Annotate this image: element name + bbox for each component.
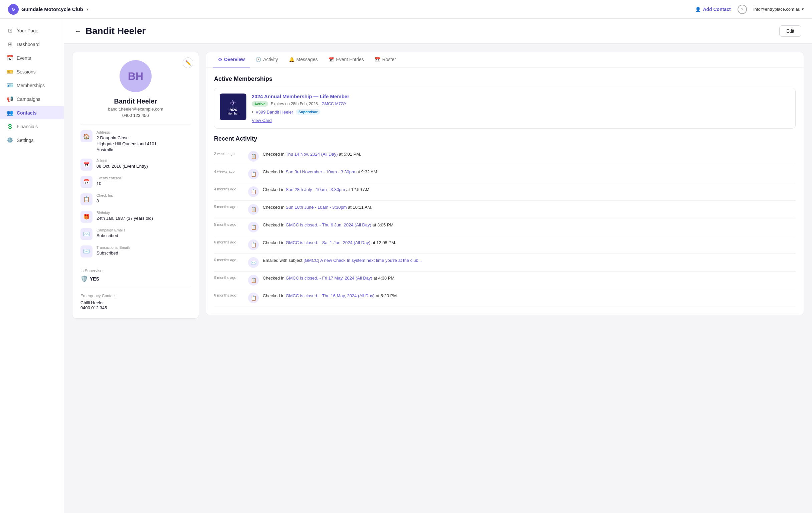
back-button[interactable]: ← [75, 27, 82, 35]
membership-info: 2024 Annual Membership — Life Member Act… [252, 93, 349, 123]
overview-content: Active Memberships ✈ 2024 Member 2024 An… [206, 67, 804, 315]
sidebar-item-events[interactable]: 📅 Events [0, 51, 64, 64]
sidebar-item-your-page[interactable]: ⊡ Your Page [0, 24, 64, 37]
membership-card: ✈ 2024 Member 2024 Annual Membership — L… [214, 88, 795, 129]
check-ins-icon: 📋 [81, 193, 92, 205]
view-card-link[interactable]: View Card [252, 118, 349, 123]
emergency-contact-name: Chilli Heeler [81, 300, 191, 305]
sidebar-item-sessions[interactable]: 🎫 Sessions [0, 65, 64, 78]
supervisor-value: YES [90, 276, 99, 282]
activity-link[interactable]: Sun 16th June - 10am - 3:30pm [286, 205, 347, 210]
activity-link[interactable]: GMCC is closed. - Thu 16 May, 2024 (All … [286, 293, 375, 298]
sidebar-item-memberships[interactable]: 🪪 Memberships [0, 79, 64, 92]
activity-link[interactable]: GMCC is closed. - Fri 17 May, 2024 (All … [286, 276, 372, 281]
add-contact-button[interactable]: 👤 Add Contact [695, 7, 730, 12]
joined-label: Joined [96, 159, 148, 163]
tab-event-entries[interactable]: 📅 Event Entries [323, 52, 369, 67]
activity-icon: 🕐 [255, 57, 261, 62]
help-button[interactable]: ? [737, 5, 747, 14]
campaign-emails-content: Campaign Emails Subscribed [96, 228, 125, 239]
birthday-icon: 🎁 [81, 211, 92, 223]
activity-type-icon: 📋 [248, 239, 259, 250]
address-value: 2 Dauphin Close Highgate Hill Queensland… [96, 135, 156, 153]
transactional-emails-icon: ✉️ [81, 246, 92, 257]
tab-messages[interactable]: 🔔 Messages [284, 52, 323, 67]
activity-type-icon: 📋 [248, 275, 259, 286]
address-row: 🏠 Address 2 Dauphin Close Highgate Hill … [81, 130, 191, 153]
tabs: ⊙ Overview 🕐 Activity 🔔 Messages 📅 Event… [206, 52, 804, 67]
activity-link[interactable]: GMCC is closed. - Sat 1 Jun, 2024 (All D… [286, 240, 371, 245]
app-layout: ⊡ Your Page ⊞ Dashboard 📅 Events 🎫 Sessi… [0, 19, 812, 513]
activity-link[interactable]: GMCC is closed. - Thu 6 Jun, 2024 (All D… [286, 222, 371, 227]
check-ins-value: 8 [96, 198, 113, 204]
person-plus-icon: 👤 [695, 7, 701, 12]
member-link[interactable]: #399 Bandit Heeler [256, 110, 293, 115]
sidebar-item-campaigns[interactable]: 📢 Campaigns [0, 92, 64, 106]
joined-row: 📅 Joined 08 Oct, 2016 (Event Entry) [81, 159, 191, 171]
right-panel: ⊙ Overview 🕐 Activity 🔔 Messages 📅 Event… [206, 52, 804, 315]
sidebar-item-contacts[interactable]: 👥 Contacts [0, 106, 64, 119]
tab-activity[interactable]: 🕐 Activity [250, 52, 283, 67]
check-ins-content: Check Ins 8 [96, 193, 113, 204]
page-header-left: ← Bandit Heeler [75, 26, 146, 36]
tab-roster[interactable]: 📅 Roster [369, 52, 401, 67]
sidebar-item-settings[interactable]: ⚙️ Settings [0, 134, 64, 147]
edit-profile-button[interactable]: ✏️ [183, 57, 193, 68]
memberships-icon: 🪪 [7, 82, 13, 88]
activity-text: Checked in Thu 14 Nov, 2024 (All Day) at… [263, 151, 795, 158]
sidebar-item-dashboard[interactable]: ⊞ Dashboard [0, 38, 64, 51]
profile-card: ✏️ BH Bandit Heeler bandit.heeler@exampl… [72, 52, 199, 319]
avatar-container: BH [81, 60, 191, 92]
activity-row: 6 months ago📋Checked in GMCC is closed. … [214, 236, 795, 254]
activity-list: 2 weeks ago📋Checked in Thu 14 Nov, 2024 … [214, 148, 795, 307]
messages-icon: 🔔 [289, 57, 294, 62]
membership-code-link[interactable]: GMCC-M7GY [321, 102, 347, 106]
membership-member-row: • #399 Bandit Heeler Supervisor [252, 109, 349, 115]
edit-button[interactable]: Edit [779, 25, 801, 37]
activity-link[interactable]: Sun 3rd November - 10am - 3:30pm [286, 169, 355, 174]
activity-type-icon: 📋 [248, 169, 259, 179]
financials-icon: 💲 [7, 123, 13, 130]
activity-link[interactable]: [GMCC] A new Check In system next time y… [303, 258, 422, 263]
user-email[interactable]: info@entryplace.com.au ▾ [754, 7, 804, 12]
divider3 [81, 288, 191, 288]
contact-name: Bandit Heeler [81, 97, 191, 105]
tab-overview[interactable]: ⊙ Overview [213, 52, 250, 67]
address-label: Address [96, 130, 156, 134]
birthday-row: 🎁 Birthday 24th Jan, 1987 (37 years old) [81, 211, 191, 223]
org-selector[interactable]: G Gumdale Motorcycle Club ▾ [8, 4, 88, 15]
bullet: • [252, 110, 254, 115]
campaign-emails-value: Subscribed [96, 233, 125, 239]
campaigns-icon: 📢 [7, 96, 13, 102]
address-icon: 🏠 [81, 130, 92, 142]
sidebar-item-financials[interactable]: 💲 Financials [0, 120, 64, 133]
activity-type-icon: ✉️ [248, 257, 259, 268]
activity-link[interactable]: Sun 28th July - 10am - 3:30pm [286, 187, 345, 192]
activity-link[interactable]: Thu 14 Nov, 2024 (All Day) [286, 152, 338, 156]
chevron-down-icon: ▾ [802, 7, 804, 12]
activity-text: Checked in Sun 16th June - 10am - 3:30pm… [263, 204, 795, 211]
wings-icon: ✈ [230, 99, 236, 108]
activity-type-icon: 📋 [248, 204, 259, 215]
events-entered-row: 📅 Events entered 10 [81, 176, 191, 188]
status-badge: Active [252, 101, 268, 107]
birthday-value: 24th Jan, 1987 (37 years old) [96, 216, 153, 222]
campaign-emails-row: ✉️ Campaign Emails Subscribed [81, 228, 191, 240]
activity-text: Checked in Sun 3rd November - 10am - 3:3… [263, 169, 795, 175]
recent-activity-title: Recent Activity [214, 135, 795, 142]
events-entered-label: Events entered [96, 176, 121, 180]
active-memberships-title: Active Memberships [214, 76, 795, 83]
activity-text: Checked in GMCC is closed. - Sat 1 Jun, … [263, 239, 795, 246]
events-entered-value: 10 [96, 181, 121, 187]
activity-row: 4 weeks ago📋Checked in Sun 3rd November … [214, 165, 795, 183]
settings-icon: ⚙️ [7, 137, 13, 143]
check-ins-row: 📋 Check Ins 8 [81, 193, 191, 205]
activity-row: 5 months ago📋Checked in GMCC is closed. … [214, 219, 795, 236]
activity-time: 4 weeks ago [214, 169, 244, 173]
supervisor-badge: 🛡️ YES [81, 275, 191, 283]
transactional-emails-label: Transactional Emails [96, 246, 130, 250]
transactional-emails-content: Transactional Emails Subscribed [96, 246, 130, 256]
main-content: ← Bandit Heeler Edit ✏️ BH Bandit Heeler… [64, 19, 812, 513]
activity-time: 2 weeks ago [214, 151, 244, 155]
badge-member: Member [227, 112, 238, 115]
